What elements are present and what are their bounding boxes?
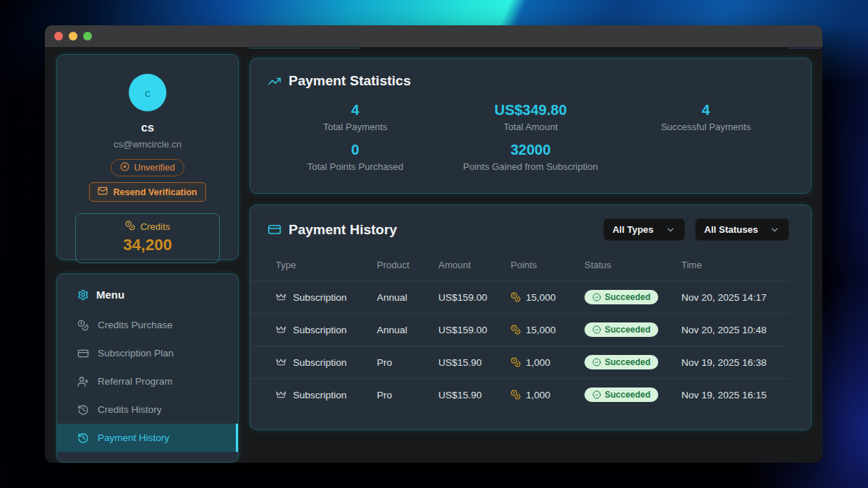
credits-value: 34,200 <box>76 236 219 254</box>
resend-verification-button[interactable]: Resend Verification <box>89 182 205 202</box>
sidebar-item-referral-program[interactable]: Referral Program <box>57 367 238 395</box>
sidebar-item-subscription-plan[interactable]: Subscription Plan <box>57 339 238 367</box>
scrolled-card-edge-left <box>250 48 359 48</box>
menu-title: Menu <box>96 288 124 301</box>
column-header-type: Type <box>250 260 377 281</box>
avatar-letter: c <box>145 87 150 99</box>
column-header-status: Status <box>584 260 681 281</box>
row-type: Subscription <box>293 357 346 368</box>
status-filter-value: All Statuses <box>705 224 758 235</box>
table-row[interactable]: Subscription Pro US$15.90 1,000 Succeede… <box>250 379 789 411</box>
coins-icon <box>77 320 89 331</box>
table-row[interactable]: Subscription Annual US$159.00 15,000 Suc… <box>250 314 789 346</box>
sidebar-item-label: Credits Purchase <box>98 320 173 330</box>
stats-row-2: 0 Total Points Purchased 32000 Points Ga… <box>268 142 793 172</box>
chevron-down-icon <box>770 225 780 235</box>
row-points: 15,000 <box>526 292 556 303</box>
status-badge: Succeeded <box>584 355 658 369</box>
column-header-amount: Amount <box>438 260 511 281</box>
check-circle-icon <box>592 293 601 301</box>
stat-total-points-purchased: 0 Total Points Purchased <box>268 142 443 172</box>
stat-value: 0 <box>268 142 443 158</box>
column-header-points: Points <box>511 260 584 281</box>
unverified-badge: Unverified <box>111 159 184 176</box>
row-type: Subscription <box>293 325 346 335</box>
stat-value: 4 <box>618 102 793 119</box>
credits-label: Credits <box>140 221 170 232</box>
avatar: c <box>129 74 166 111</box>
app-window: c cs cs@wmcircle.cn Unverified Resend Ve… <box>45 25 822 463</box>
crown-icon <box>276 357 286 368</box>
resend-verification-label: Resend Verification <box>113 187 197 197</box>
stat-value: 32000 <box>443 142 618 158</box>
stat-total-payments: 4 Total Payments <box>268 102 443 132</box>
stat-label: Total Points Purchased <box>268 161 443 172</box>
stat-value: US$349.80 <box>443 102 618 119</box>
scrolled-card-edge-right <box>788 48 820 48</box>
user-plus-icon <box>77 376 89 388</box>
unverified-label: Unverified <box>134 163 174 173</box>
gear-icon <box>77 289 89 301</box>
minimize-window-button[interactable] <box>69 32 77 40</box>
table-row[interactable]: Subscription Annual US$159.00 15,000 Suc… <box>250 281 789 314</box>
credit-card-icon <box>268 223 281 236</box>
stat-value: 4 <box>268 102 443 119</box>
row-amount: US$15.90 <box>438 379 511 411</box>
sidebar-item-label: Referral Program <box>98 376 173 387</box>
row-amount: US$159.00 <box>438 314 511 346</box>
chevron-down-icon <box>665 225 676 235</box>
row-time: Nov 19, 2025 16:15 <box>681 379 789 411</box>
history-icon <box>77 432 89 444</box>
history-filters: All Types All Statuses <box>603 218 789 241</box>
payment-statistics-card: Payment Statistics 4 Total Payments US$3… <box>250 58 812 194</box>
crown-icon <box>276 325 286 335</box>
check-circle-icon <box>592 325 601 334</box>
window-titlebar <box>45 25 822 47</box>
sidebar-item-payment-history[interactable]: Payment History <box>57 424 238 452</box>
close-window-button[interactable] <box>54 32 63 40</box>
history-icon <box>77 404 89 416</box>
main-content: Payment Statistics 4 Total Payments US$3… <box>250 54 812 463</box>
stat-successful-payments: 4 Successful Payments <box>618 102 793 132</box>
status-filter-select[interactable]: All Statuses <box>695 218 789 241</box>
mail-icon <box>98 186 108 198</box>
sidebar-item-label: Credits History <box>98 404 162 415</box>
row-time: Nov 19, 2025 16:38 <box>681 346 789 379</box>
sidebar-item-label: Subscription Plan <box>98 348 174 359</box>
row-points: 1,000 <box>526 357 550 368</box>
window-body: c cs cs@wmcircle.cn Unverified Resend Ve… <box>45 47 822 463</box>
stat-points-gained: 32000 Points Gained from Subscription <box>443 142 618 172</box>
table-row[interactable]: Subscription Pro US$15.90 1,000 Succeede… <box>250 346 789 379</box>
credits-box: Credits 34,200 <box>75 213 220 263</box>
stats-row-1: 4 Total Payments US$349.80 Total Amount … <box>268 102 793 132</box>
profile-email: cs@wmcircle.cn <box>57 139 238 150</box>
credit-card-icon <box>77 348 89 359</box>
coins-icon <box>511 390 521 400</box>
payment-statistics-title: Payment Statistics <box>289 73 411 89</box>
menu-nav: Credits Purchase Subscription Plan Refer… <box>57 311 238 452</box>
crown-icon <box>276 292 286 303</box>
row-points: 1,000 <box>526 390 550 401</box>
column-header-product: Product <box>377 260 438 281</box>
crown-icon <box>276 390 286 401</box>
row-amount: US$15.90 <box>438 346 511 379</box>
profile-card: c cs cs@wmcircle.cn Unverified Resend Ve… <box>56 54 239 260</box>
payment-history-table: Type Product Amount Points Status Time S… <box>250 260 811 411</box>
status-badge: Succeeded <box>584 290 658 304</box>
stat-label: Successful Payments <box>618 121 793 132</box>
type-filter-value: All Types <box>613 224 654 235</box>
coins-icon <box>125 221 135 233</box>
menu-card: Menu Credits Purchase Subscription Plan … <box>56 273 239 463</box>
maximize-window-button[interactable] <box>83 32 92 40</box>
sidebar-item-label: Payment History <box>98 432 169 443</box>
row-amount: US$159.00 <box>438 281 511 314</box>
type-filter-select[interactable]: All Types <box>603 218 685 241</box>
sidebar-item-credits-history[interactable]: Credits History <box>57 395 238 424</box>
sidebar-item-credits-purchase[interactable]: Credits Purchase <box>57 311 238 339</box>
status-badge: Succeeded <box>584 322 658 337</box>
x-circle-icon <box>120 162 129 174</box>
payment-statistics-header: Payment Statistics <box>268 73 793 89</box>
sidebar: c cs cs@wmcircle.cn Unverified Resend Ve… <box>56 54 239 463</box>
payment-history-header: Payment History All Types All Statuses <box>250 218 811 241</box>
row-type: Subscription <box>293 292 346 303</box>
